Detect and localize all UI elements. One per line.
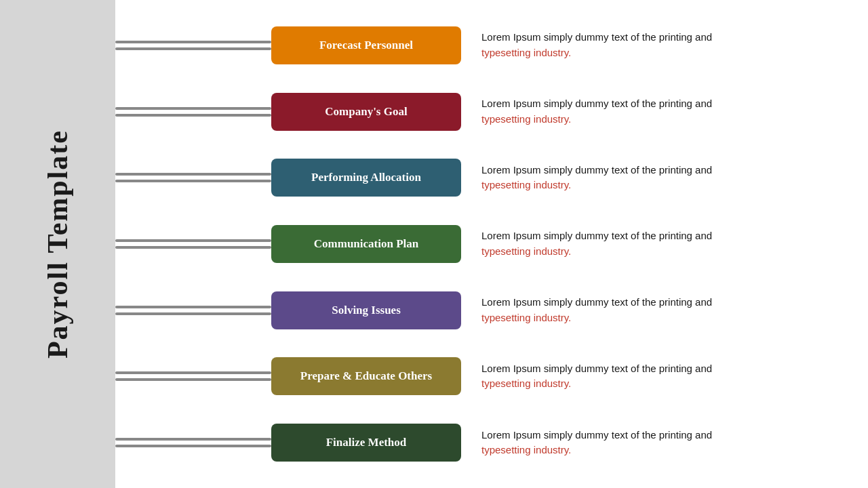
desc-line1: Lorem Ipsum simply dummy text of the pri… xyxy=(481,361,848,377)
desc-line2: typesetting industry. xyxy=(481,443,848,458)
row-forecast-personnel: Forecast PersonnelLorem Ipsum simply dum… xyxy=(115,26,848,64)
connector-line-bottom xyxy=(115,378,271,381)
connector-finalize-method xyxy=(115,438,271,447)
desc-line2: typesetting industry. xyxy=(481,178,848,193)
connector-line-bottom xyxy=(115,246,271,249)
connector-line-top xyxy=(115,107,271,110)
connector-line-bottom xyxy=(115,47,271,50)
connector-line-bottom xyxy=(115,312,271,315)
btn-forecast-personnel[interactable]: Forecast Personnel xyxy=(271,26,461,64)
btn-finalize-method[interactable]: Finalize Method xyxy=(271,424,461,462)
desc-finalize-method: Lorem Ipsum simply dummy text of the pri… xyxy=(461,428,848,458)
desc-line2: typesetting industry. xyxy=(481,310,848,326)
connector-line-top xyxy=(115,173,271,176)
sidebar-title: Payroll Template xyxy=(41,129,74,359)
desc-line1: Lorem Ipsum simply dummy text of the pri… xyxy=(481,295,848,310)
sidebar: Payroll Template xyxy=(0,0,115,488)
desc-line2: typesetting industry. xyxy=(481,244,848,260)
btn-communication-plan[interactable]: Communication Plan xyxy=(271,225,461,263)
connector-line-bottom xyxy=(115,445,271,447)
btn-companys-goal[interactable]: Company's Goal xyxy=(271,93,461,131)
btn-prepare-educate[interactable]: Prepare & Educate Others xyxy=(271,357,461,395)
desc-line1: Lorem Ipsum simply dummy text of the pri… xyxy=(481,428,848,443)
connector-line-top xyxy=(115,41,271,43)
row-performing-allocation: Performing AllocationLorem Ipsum simply … xyxy=(115,159,848,197)
desc-line1: Lorem Ipsum simply dummy text of the pri… xyxy=(481,163,848,178)
connector-line-bottom xyxy=(115,180,271,182)
row-prepare-educate: Prepare & Educate OthersLorem Ipsum simp… xyxy=(115,357,848,395)
connector-line-top xyxy=(115,239,271,242)
desc-performing-allocation: Lorem Ipsum simply dummy text of the pri… xyxy=(461,163,848,193)
desc-line1: Lorem Ipsum simply dummy text of the pri… xyxy=(481,96,848,112)
connector-prepare-educate xyxy=(115,371,271,381)
connector-line-bottom xyxy=(115,114,271,117)
desc-companys-goal: Lorem Ipsum simply dummy text of the pri… xyxy=(461,96,848,127)
connector-companys-goal xyxy=(115,107,271,117)
row-solving-issues: Solving IssuesLorem Ipsum simply dummy t… xyxy=(115,291,848,329)
desc-solving-issues: Lorem Ipsum simply dummy text of the pri… xyxy=(461,295,848,325)
connector-line-top xyxy=(115,371,271,374)
desc-line2: typesetting industry. xyxy=(481,112,848,127)
desc-communication-plan: Lorem Ipsum simply dummy text of the pri… xyxy=(461,228,848,259)
connector-solving-issues xyxy=(115,306,271,315)
connector-line-top xyxy=(115,306,271,308)
connector-forecast-personnel xyxy=(115,41,271,50)
connector-line-top xyxy=(115,438,271,441)
desc-line2: typesetting industry. xyxy=(481,45,848,61)
btn-performing-allocation[interactable]: Performing Allocation xyxy=(271,159,461,197)
row-companys-goal: Company's GoalLorem Ipsum simply dummy t… xyxy=(115,93,848,131)
connector-communication-plan xyxy=(115,239,271,249)
row-finalize-method: Finalize MethodLorem Ipsum simply dummy … xyxy=(115,424,848,462)
desc-line1: Lorem Ipsum simply dummy text of the pri… xyxy=(481,30,848,45)
main-content: Forecast PersonnelLorem Ipsum simply dum… xyxy=(115,0,868,488)
desc-line1: Lorem Ipsum simply dummy text of the pri… xyxy=(481,228,848,244)
desc-prepare-educate: Lorem Ipsum simply dummy text of the pri… xyxy=(461,361,848,392)
desc-forecast-personnel: Lorem Ipsum simply dummy text of the pri… xyxy=(461,30,848,60)
btn-solving-issues[interactable]: Solving Issues xyxy=(271,291,461,329)
connector-performing-allocation xyxy=(115,173,271,182)
row-communication-plan: Communication PlanLorem Ipsum simply dum… xyxy=(115,225,848,263)
desc-line2: typesetting industry. xyxy=(481,376,848,392)
